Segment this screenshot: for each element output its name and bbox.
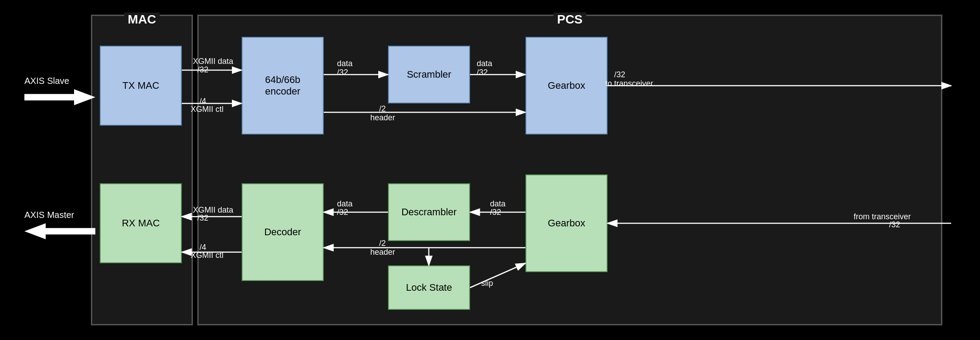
gb-descr-data-width: /32 (490, 208, 501, 217)
to-transceiver-label: to transceiver (605, 79, 653, 88)
from-transceiver-label: from transceiver (854, 212, 911, 221)
header-rx-width: /2 (379, 239, 386, 248)
decoder-block: Decoder (242, 183, 324, 281)
scrambler-block: Scrambler (388, 46, 470, 103)
from-transceiver-width: /32 (889, 220, 900, 229)
enc-scr-data-label: data (337, 59, 353, 68)
axis-slave-label: AXIS Slave (24, 76, 69, 86)
xgmii-data-tx-width: /32 (197, 65, 208, 75)
descr-dec-data-label: data (337, 199, 353, 209)
xgmii-data-tx-label: XGMII data (193, 57, 233, 66)
slip-label: slip (481, 279, 493, 288)
encoder-block: 64b/66b encoder (242, 37, 324, 134)
lock-state-block: Lock State (388, 265, 470, 310)
to-transceiver-width: /32 (614, 70, 625, 79)
scr-gb-data-width: /32 (477, 68, 488, 77)
rx-mac-block: RX MAC (100, 183, 182, 263)
descrambler-block: Descrambler (388, 183, 470, 241)
descr-dec-data-width: /32 (337, 208, 348, 217)
enc-scr-data-width: /32 (337, 68, 348, 77)
axis-slave-arrow (24, 89, 95, 105)
tx-mac-block: TX MAC (100, 46, 182, 126)
mac-title: MAC (124, 12, 160, 27)
xgmii-ctl-tx-label: XGMII ctl (191, 105, 223, 114)
header-tx-width: /2 (379, 104, 386, 114)
header-rx-label: header (370, 248, 395, 257)
architecture-diagram: MAC PCS AXIS Slave AXIS Master TX MAC RX… (24, 10, 956, 330)
axis-master-arrow (24, 223, 95, 239)
axis-master-label: AXIS Master (24, 210, 74, 220)
rx-gearbox-block: Gearbox (525, 174, 608, 272)
gb-descr-data-label: data (490, 199, 506, 209)
header-tx-label: header (370, 113, 395, 123)
xgmii-data-rx-width: /32 (197, 213, 208, 223)
tx-gearbox-block: Gearbox (525, 37, 608, 134)
xgmii-ctl-rx-label: XGMII ctl (191, 251, 223, 260)
scr-gb-data-label: data (477, 59, 492, 68)
pcs-title: PCS (553, 12, 586, 27)
